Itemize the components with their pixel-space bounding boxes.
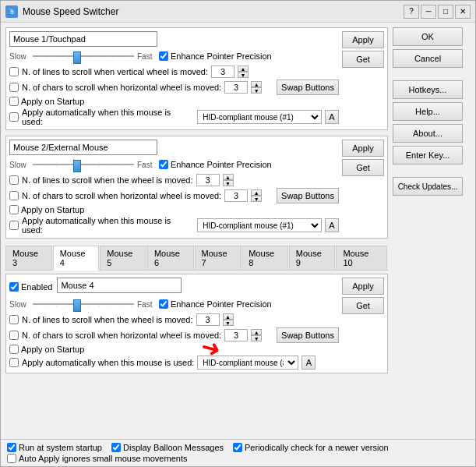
- periodic-checkbox[interactable]: [233, 443, 242, 452]
- tab-mouse6[interactable]: Mouse 6: [147, 246, 194, 270]
- mouse1-dropdown[interactable]: HID-compliant mouse (#1): [197, 110, 322, 124]
- mouse2-lines-row: N. of lines to scroll when the wheel is …: [9, 174, 339, 186]
- startup-checkbox[interactable]: [7, 443, 16, 452]
- main-window: 🖱 Mouse Speed Switcher ? ─ □ ✕ Slow: [0, 0, 476, 467]
- mouse4-startup-checkbox[interactable]: [9, 345, 19, 354]
- mouse2-enhance-checkbox[interactable]: [159, 160, 168, 169]
- mouse2-startup-checkbox[interactable]: [9, 205, 19, 214]
- mouse4-lines-input[interactable]: [196, 313, 220, 326]
- balloon-checkbox[interactable]: [111, 443, 121, 452]
- mouse4-enabled-checkbox[interactable]: [9, 282, 19, 292]
- tab-mouse8[interactable]: Mouse 8: [242, 246, 288, 270]
- hotkeys-button[interactable]: Hotkeys...: [393, 80, 463, 99]
- bottom-bar: Run at system startup Display Balloon Me…: [1, 439, 475, 466]
- auto-apply-checkbox[interactable]: [7, 454, 16, 463]
- mouse2-lines-down[interactable]: ▼: [223, 180, 234, 186]
- mouse4-lines-down[interactable]: ▼: [223, 320, 234, 326]
- mouse2-auto-checkbox[interactable]: [9, 221, 19, 230]
- mouse4-chars-checkbox[interactable]: [9, 331, 19, 340]
- title-bar: 🖱 Mouse Speed Switcher ? ─ □ ✕: [1, 1, 475, 23]
- mouse2-chars-checkbox[interactable]: [9, 191, 19, 200]
- periodic-label: Periodically check for a newer version: [245, 443, 389, 452]
- cancel-button[interactable]: Cancel: [393, 49, 463, 68]
- mouse1-lines-checkbox[interactable]: [9, 67, 19, 76]
- mouse1-auto-checkbox[interactable]: [9, 112, 19, 122]
- mouse4-a-button[interactable]: A: [301, 356, 316, 370]
- mouse1-startup-checkbox[interactable]: [9, 97, 19, 106]
- mouse2-chars-down[interactable]: ▼: [251, 196, 262, 202]
- mouse1-name-input[interactable]: [9, 31, 157, 47]
- mouse2-get-button[interactable]: Get: [342, 159, 384, 176]
- mouse4-get-button[interactable]: Get: [342, 297, 384, 314]
- mouse2-thumb[interactable]: [73, 160, 81, 172]
- mouse2-lines-checkbox[interactable]: [9, 175, 19, 185]
- mouse2-section: Slow ·········· Fast Enhance Pointer Pre…: [5, 136, 388, 239]
- mouse1-left: Slow ·········· Fast Enhance Pointer Pre…: [9, 31, 339, 126]
- mouse2-dropdown[interactable]: HID-compliant mouse (#1): [197, 218, 322, 232]
- mouse4-enhance-checkbox[interactable]: [159, 299, 168, 309]
- mouse1-lines-up[interactable]: ▲: [238, 65, 249, 72]
- mouse1-chars-down[interactable]: ▼: [251, 87, 262, 94]
- mouse2-chars-input[interactable]: [224, 189, 248, 202]
- mouse4-thumb[interactable]: [73, 299, 81, 312]
- mouse1-swap-button[interactable]: Swap Buttons: [277, 80, 339, 95]
- mouse4-swap-button[interactable]: Swap Buttons: [277, 327, 339, 343]
- mouse4-dropdown[interactable]: HID-compliant mouse (#1): [197, 356, 298, 370]
- mouse1-apply-button[interactable]: Apply: [342, 31, 384, 48]
- maximize-button[interactable]: □: [438, 5, 453, 19]
- mouse1-chars-checkbox[interactable]: [9, 83, 19, 92]
- mouse4-chars-input[interactable]: [224, 329, 248, 341]
- mouse1-get-button[interactable]: Get: [342, 51, 384, 68]
- mouse2-apply-col: Apply Get: [342, 140, 384, 176]
- mouse4-chars-up[interactable]: ▲: [251, 329, 262, 335]
- mouse4-apply-button[interactable]: Apply: [342, 278, 384, 295]
- mouse1-chars-input[interactable]: [224, 81, 248, 94]
- mouse4-name-input[interactable]: [57, 278, 182, 293]
- mouse2-lines-input[interactable]: [196, 174, 220, 186]
- ok-button[interactable]: OK: [393, 27, 463, 46]
- mouse4-auto-checkbox[interactable]: [9, 358, 19, 367]
- mouse1-slider[interactable]: ··········: [33, 50, 134, 62]
- tab-mouse5[interactable]: Mouse 5: [100, 246, 146, 270]
- mouse4-chars-spinner: ▲ ▼: [251, 329, 262, 341]
- mouse2-slider[interactable]: ··········: [33, 158, 134, 171]
- mouse1-a-button[interactable]: A: [325, 110, 339, 124]
- mouse1-lines-input[interactable]: [211, 65, 234, 78]
- mouse4-speed-row: Slow ·········· Fast Enhance Pointer Pre…: [9, 298, 339, 310]
- mouse4-lines-up[interactable]: ▲: [223, 313, 234, 320]
- tab-mouse3[interactable]: Mouse 3: [5, 246, 52, 270]
- mouse1-chars-up[interactable]: ▲: [251, 81, 262, 87]
- mouse1-auto-row: Apply automatically when this mouse is u…: [9, 108, 339, 126]
- help-button[interactable]: ?: [404, 5, 419, 19]
- mouse4-enabled-row: Enabled: [9, 278, 339, 296]
- mouse2-name-input[interactable]: [9, 140, 157, 155]
- mouse1-startup-text: Apply on Startup: [21, 97, 84, 106]
- main-content: Slow ·········· Fast Enhance Pointer Pre…: [1, 23, 475, 439]
- mouse1-enhance-checkbox[interactable]: [159, 51, 168, 61]
- mouse2-a-button[interactable]: A: [325, 218, 339, 232]
- about-button[interactable]: About...: [393, 124, 463, 143]
- mouse2-left: Slow ·········· Fast Enhance Pointer Pre…: [9, 140, 339, 235]
- mouse2-apply-button[interactable]: Apply: [342, 140, 384, 157]
- mouse4-slider[interactable]: ··········: [33, 298, 134, 310]
- mouse2-chars-up[interactable]: ▲: [251, 189, 262, 196]
- tab-mouse4[interactable]: Mouse 4: [53, 246, 100, 271]
- mouse2-lines-up[interactable]: ▲: [223, 174, 234, 180]
- mouse4-lines-checkbox[interactable]: [9, 315, 19, 324]
- minimize-button[interactable]: ─: [421, 5, 436, 19]
- mouse1-thumb[interactable]: [73, 51, 81, 64]
- mouse2-auto-row: Apply automatically when this mouse is u…: [9, 216, 339, 235]
- close-button[interactable]: ✕: [455, 5, 471, 19]
- mouse1-lines-label: N. of lines to scroll when vertical whee…: [22, 67, 208, 76]
- mouse2-swap-button[interactable]: Swap Buttons: [277, 188, 339, 203]
- mouse4-chars-down[interactable]: ▼: [251, 335, 262, 341]
- tab-mouse9[interactable]: Mouse 9: [289, 246, 336, 270]
- mouse2-dots: ··········: [34, 163, 132, 170]
- tab-mouse10[interactable]: Mouse 10: [336, 246, 387, 270]
- mouse2-startup-label: Apply on Startup: [9, 205, 84, 214]
- mouse1-lines-down[interactable]: ▼: [238, 72, 249, 78]
- check-updates-button[interactable]: Check Updates...: [393, 177, 463, 196]
- help-btn[interactable]: Help...: [393, 102, 463, 121]
- enter-key-button[interactable]: Enter Key...: [393, 146, 463, 165]
- tab-mouse7[interactable]: Mouse 7: [195, 246, 242, 270]
